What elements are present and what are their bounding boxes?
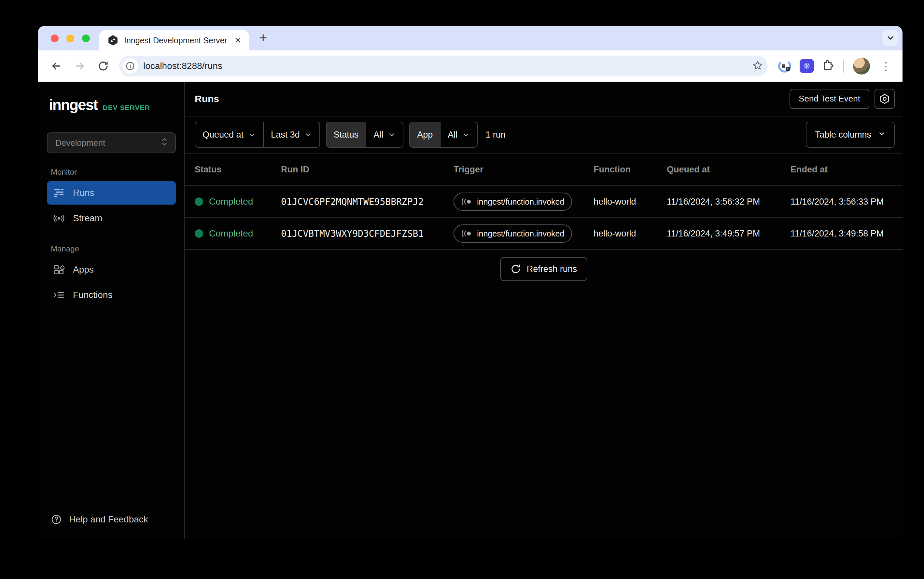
inngest-app: inngest DEV SERVER Development Monitor R… [38, 82, 903, 539]
chevron-down-icon [304, 131, 312, 139]
browser-toolbar: localhost:8288/runs ❋ [38, 51, 903, 82]
time-range-value: Last 3d [271, 130, 300, 140]
run-id[interactable]: 01JCVC6PF2MQNMTWE95BBRZPJ2 [281, 196, 423, 207]
runs-table: Status Run ID Trigger Function Queued at… [185, 154, 903, 250]
toolbar-divider [843, 59, 844, 72]
maximize-window-button[interactable] [82, 34, 90, 42]
refresh-icon [510, 264, 521, 274]
time-field-label: Queued at [202, 130, 243, 140]
sidebar-item-label: Functions [73, 290, 112, 300]
column-header-function: Function [594, 165, 667, 175]
sidebar: inngest DEV SERVER Development Monitor R… [38, 82, 185, 539]
trigger-name: inngest/function.invoked [477, 229, 564, 239]
tab-title: Inngest Development Server [124, 36, 227, 45]
column-header-trigger: Trigger [453, 165, 594, 175]
close-window-button[interactable] [51, 34, 59, 42]
section-label-monitor: Monitor [51, 167, 176, 177]
table-row[interactable]: Completed 01JCVBTMV3WXY9D3CFDEJFZSB1 inn… [185, 218, 903, 250]
gear-icon [879, 93, 890, 105]
time-range-dropdown[interactable]: Last 3d [263, 122, 319, 147]
logo: inngest DEV SERVER [47, 96, 176, 113]
run-count: 1 run [486, 130, 505, 140]
address-bar[interactable]: localhost:8288/runs [119, 56, 768, 77]
apps-icon [53, 264, 64, 275]
time-filter-group: Queued at Last 3d [195, 122, 320, 148]
toolbar-extensions: ❋ ⋮ [776, 57, 894, 75]
window-controls [51, 34, 90, 42]
environment-selector[interactable]: Development [47, 132, 176, 153]
queued-at-timestamp: 11/16/2024, 3:56:32 PM [667, 197, 760, 207]
queued-at-timestamp: 11/16/2024, 3:49:57 PM [667, 229, 760, 239]
browser-window: Inngest Development Server ✕ + [38, 26, 903, 539]
extensions-button[interactable] [822, 59, 834, 73]
column-header-status: Status [195, 165, 281, 175]
runs-icon [53, 187, 64, 198]
chevron-down-icon [388, 131, 396, 139]
app-filter-label: App [410, 122, 440, 147]
function-name: hello-world [594, 229, 636, 239]
trigger-badge[interactable]: inngest/function.invoked [453, 193, 572, 211]
status-dot-completed [195, 198, 203, 206]
back-button[interactable] [46, 56, 66, 76]
chevron-down-icon [886, 33, 895, 42]
sidebar-item-stream[interactable]: Stream [47, 206, 176, 230]
run-id[interactable]: 01JCVBTMV3WXY9D3CFDEJFZSB1 [281, 228, 423, 239]
table-header-row: Status Run ID Trigger Function Queued at… [185, 154, 903, 186]
refresh-runs-label: Refresh runs [527, 264, 577, 274]
bookmark-button[interactable] [752, 60, 763, 72]
status-text: Completed [209, 228, 253, 239]
sidebar-item-functions[interactable]: Functions [47, 283, 176, 307]
status-filter-dropdown[interactable]: All [366, 122, 403, 147]
column-header-queued-at: Queued at [667, 165, 791, 175]
status-filter-group: Status All [326, 122, 404, 148]
sidebar-item-label: Stream [73, 213, 102, 224]
close-tab-icon[interactable]: ✕ [233, 36, 243, 46]
dev-server-badge: DEV SERVER [103, 104, 150, 111]
info-icon [125, 61, 135, 71]
table-columns-label: Table columns [815, 130, 871, 140]
table-row[interactable]: Completed 01JCVC6PF2MQNMTWE95BBRZPJ2 inn… [185, 186, 903, 218]
settings-button[interactable] [875, 89, 895, 109]
puzzle-icon [822, 59, 834, 72]
sidebar-item-apps[interactable]: Apps [47, 258, 176, 281]
page-header: Runs Send Test Event [185, 82, 903, 116]
url-text[interactable]: localhost:8288/runs [143, 61, 747, 71]
site-info-button[interactable] [122, 58, 138, 74]
sidebar-item-label: Runs [73, 188, 94, 198]
browser-tab-strip: Inngest Development Server ✕ + [38, 26, 903, 51]
filter-bar: Queued at Last 3d Status Al [185, 116, 903, 154]
chevron-down-icon [248, 131, 256, 139]
star-icon [752, 60, 763, 71]
minimize-window-button[interactable] [66, 34, 74, 42]
send-test-event-button[interactable]: Send Test Event [789, 89, 869, 109]
sidebar-item-label: Apps [73, 265, 94, 275]
tab-search-button[interactable] [882, 29, 899, 46]
time-field-dropdown[interactable]: Queued at [195, 122, 263, 147]
app-filter-group: App All [409, 122, 478, 148]
stream-icon [53, 213, 64, 224]
app-filter-dropdown[interactable]: All [440, 122, 477, 147]
trigger-badge[interactable]: inngest/function.invoked [453, 224, 572, 243]
password-manager-extension-icon[interactable] [778, 59, 792, 73]
web-extension-icon[interactable]: ❋ [799, 59, 814, 73]
refresh-runs-button[interactable]: Refresh runs [500, 257, 588, 281]
sidebar-item-runs[interactable]: Runs [47, 181, 176, 204]
functions-icon [53, 290, 64, 301]
inngest-favicon-icon [108, 35, 118, 46]
browser-menu-button[interactable]: ⋮ [878, 59, 894, 72]
ended-at-timestamp: 11/16/2024, 3:56:33 PM [791, 197, 884, 207]
ended-at-timestamp: 11/16/2024, 3:49:58 PM [791, 229, 884, 239]
reload-button[interactable] [93, 56, 113, 76]
column-header-ended-at: Ended at [791, 165, 903, 175]
trigger-name: inngest/function.invoked [477, 197, 564, 206]
page-title: Runs [195, 93, 219, 105]
section-label-manage: Manage [51, 244, 176, 254]
forward-button[interactable] [70, 56, 90, 76]
desktop-background: Inngest Development Server ✕ + [0, 0, 924, 579]
new-tab-button[interactable]: + [259, 32, 267, 44]
help-and-feedback[interactable]: Help and Feedback [47, 514, 176, 525]
browser-tab[interactable]: Inngest Development Server ✕ [99, 30, 249, 51]
profile-avatar[interactable] [853, 57, 870, 75]
table-columns-button[interactable]: Table columns [806, 122, 895, 148]
status-filter-value: All [373, 130, 383, 140]
